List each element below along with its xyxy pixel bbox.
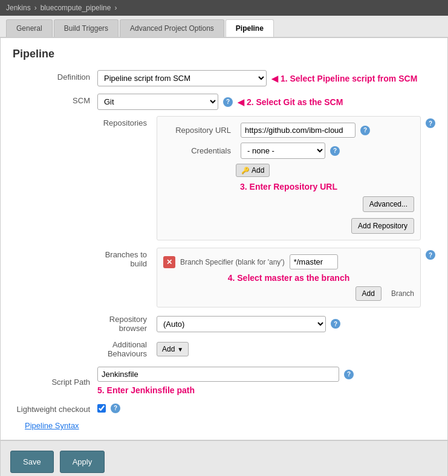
scm-row: SCM Git ? ◀ 2. Select Git as the SCM Rep…	[13, 94, 435, 358]
repositories-block: Repository URL ? Credentials - none - ?	[157, 116, 421, 240]
credentials-label: Credentials	[163, 146, 236, 155]
tab-pipeline[interactable]: Pipeline	[226, 19, 274, 37]
repo-browser-help-icon[interactable]: ?	[331, 319, 340, 329]
repositories-label: Repositories	[97, 116, 152, 127]
save-button[interactable]: Save	[10, 451, 54, 473]
scm-label: SCM	[13, 94, 97, 105]
repo-buttons: Advanced... Add Repository	[163, 196, 414, 234]
repo-annotation: 3. Enter Repository URL	[163, 182, 414, 191]
script-path-label: Script Path	[13, 375, 97, 387]
tab-bar: General Build Triggers Advanced Project …	[0, 16, 448, 37]
remove-branch-button[interactable]: ✕	[163, 256, 175, 268]
scm-select[interactable]: Git	[97, 94, 218, 110]
additional-behaviours-label: Additional Behaviours	[97, 340, 152, 358]
add-credentials-button[interactable]: 🔑 Add	[236, 164, 270, 177]
key-icon: 🔑	[241, 167, 250, 175]
branch-specifier-input[interactable]	[290, 254, 338, 269]
definition-control: Pipeline script from SCM ◀ 1. Select Pip…	[97, 70, 435, 86]
branch-specifier-label: Branch Specifier (blank for 'any')	[180, 258, 285, 266]
definition-row: Definition Pipeline script from SCM ◀ 1.…	[13, 70, 435, 86]
breadcrumb-project[interactable]: bluecompute_pipeline	[41, 4, 111, 12]
breadcrumb-jenkins[interactable]: Jenkins	[6, 4, 31, 12]
pipeline-syntax-link[interactable]: Pipeline Syntax	[25, 421, 79, 430]
lightweight-control: ?	[97, 404, 435, 413]
branch-col-label: Branch	[391, 289, 414, 298]
definition-label: Definition	[13, 70, 97, 82]
advanced-button[interactable]: Advanced...	[363, 196, 414, 212]
repo-url-input[interactable]	[241, 123, 355, 138]
credentials-row: Credentials - none - ?	[163, 143, 414, 159]
branch-row: ✕ Branch Specifier (blank for 'any')	[163, 254, 414, 269]
definition-select[interactable]: Pipeline script from SCM	[97, 70, 267, 86]
breadcrumb-sep2: ›	[114, 4, 117, 12]
tab-build-triggers[interactable]: Build Triggers	[54, 19, 118, 37]
tab-general[interactable]: General	[6, 19, 53, 37]
add-behaviour-button[interactable]: Add ▼	[157, 342, 189, 356]
main-content: Pipeline Definition Pipeline script from…	[0, 37, 448, 440]
scm-help-icon[interactable]: ?	[223, 97, 233, 107]
script-path-help-icon[interactable]: ?	[344, 370, 354, 379]
scm-control: Git ? ◀ 2. Select Git as the SCM Reposit…	[97, 94, 435, 358]
credentials-help-icon[interactable]: ?	[330, 146, 340, 156]
lightweight-label: Lightweight checkout	[13, 402, 97, 414]
branches-block: ✕ Branch Specifier (blank for 'any') 4. …	[157, 248, 421, 307]
page-title: Pipeline	[13, 48, 435, 60]
credentials-select[interactable]: - none -	[241, 143, 325, 159]
script-path-control: ? 5. Enter Jenkinsfile path	[97, 367, 435, 395]
scm-annotation: ◀ 2. Select Git as the SCM	[238, 97, 343, 107]
lightweight-help-icon[interactable]: ?	[111, 404, 120, 413]
branches-label: Branches to build	[97, 248, 152, 268]
bottom-bar: Save Apply	[0, 440, 448, 476]
add-repository-button[interactable]: Add Repository	[351, 218, 414, 234]
lightweight-row: Lightweight checkout ?	[13, 402, 435, 414]
lightweight-checkbox[interactable]	[97, 404, 106, 413]
add-branch-button[interactable]: Add	[355, 286, 381, 301]
branches-annotation: 4. Select master as the branch	[163, 273, 414, 283]
script-path-annotation: 5. Enter Jenkinsfile path	[97, 385, 435, 395]
apply-button[interactable]: Apply	[60, 451, 105, 473]
repositories-help-icon[interactable]: ?	[426, 118, 435, 128]
repo-url-help-icon[interactable]: ?	[360, 126, 370, 135]
repo-browser-select[interactable]: (Auto)	[157, 316, 326, 332]
breadcrumb: Jenkins › bluecompute_pipeline ›	[0, 0, 448, 16]
dropdown-chevron-icon: ▼	[177, 346, 183, 353]
repo-browser-label: Repository browser	[97, 315, 152, 333]
breadcrumb-sep1: ›	[34, 4, 37, 12]
repo-url-label: Repository URL	[163, 126, 236, 135]
script-path-row: Script Path ? 5. Enter Jenkinsfile path	[13, 367, 435, 395]
repo-url-row: Repository URL ?	[163, 123, 414, 138]
definition-annotation: ◀ 1. Select Pipeline script from SCM	[271, 74, 417, 83]
pipeline-syntax-container: Pipeline Syntax	[25, 421, 435, 430]
script-path-input[interactable]	[97, 367, 339, 382]
tab-advanced-project-options[interactable]: Advanced Project Options	[120, 19, 224, 37]
branches-help-icon[interactable]: ?	[426, 250, 435, 260]
